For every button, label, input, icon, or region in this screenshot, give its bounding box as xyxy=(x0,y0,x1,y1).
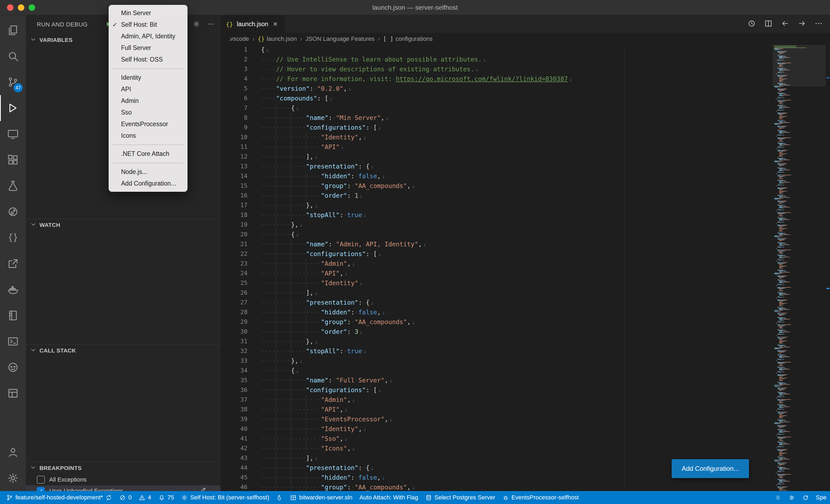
code-line[interactable]: ····//·Use·IntelliSense·to·learn·about·p… xyxy=(220,55,768,64)
status-item-warnings[interactable]: 4 xyxy=(135,491,155,504)
code-line[interactable]: ················"Admin",↓ xyxy=(220,259,768,268)
split-editor-button[interactable] xyxy=(764,19,773,29)
code-line[interactable]: ············"configurations":·[↓ xyxy=(220,249,768,259)
views-more-actions-button[interactable] xyxy=(208,21,215,29)
code-line[interactable]: ············],↓ xyxy=(220,152,768,162)
status-item-solution[interactable]: bitwarden-server.sln xyxy=(286,491,356,504)
status-item-git-branch[interactable]: feature/self-hosted-development* xyxy=(3,491,116,504)
code-line[interactable]: ····"version":·"0.2.0",↓ xyxy=(220,84,768,94)
code-line[interactable]: ············"presentation":·{↓ xyxy=(220,298,768,307)
code-line[interactable]: ················"Identity",↓ xyxy=(220,132,768,142)
activity-item-terminal[interactable] xyxy=(0,329,26,355)
code-line[interactable]: ················"Icons",↓ xyxy=(220,443,768,453)
code-line[interactable]: ················"API",↓ xyxy=(220,268,768,278)
add-configuration-button[interactable]: Add Configuration... xyxy=(672,459,749,478)
code-line[interactable]: ····//·For·more·information,·visit:·http… xyxy=(220,74,768,84)
activity-item-settings[interactable] xyxy=(0,465,26,491)
code-line[interactable]: ················"Admin",↓ xyxy=(220,395,768,405)
menu-item[interactable]: Admin, API, Identity xyxy=(108,31,188,42)
activity-item-nuget[interactable] xyxy=(0,199,26,225)
activity-item-layouts[interactable] xyxy=(0,380,26,406)
breadcrumb-item[interactable]: JSON Language Features xyxy=(305,35,375,42)
menu-item[interactable]: EventsProcessor xyxy=(108,118,188,130)
menu-item[interactable]: Icons xyxy=(108,130,188,141)
menu-item[interactable]: API xyxy=(108,83,188,95)
activity-item-testing[interactable] xyxy=(0,173,26,199)
breakpoint-row[interactable]: ✓ User-Unhandled Exceptions xyxy=(26,485,220,491)
code-line[interactable]: ············"stopAll":·true↓ xyxy=(220,210,768,220)
status-item-debug-restart[interactable] xyxy=(799,491,812,504)
code-line[interactable]: ····//·Hover·to·view·descriptions·of·exi… xyxy=(220,64,768,74)
code-line[interactable]: ················"Identity",↓ xyxy=(220,424,768,434)
code-line[interactable]: ············"name":·"Admin,·API,·Identit… xyxy=(220,239,768,249)
more-actions-button[interactable] xyxy=(814,19,823,29)
debug-settings-button[interactable] xyxy=(193,21,200,29)
activity-item-search[interactable] xyxy=(0,43,26,69)
breadcrumb-item[interactable]: {}launch.json xyxy=(258,35,297,42)
menu-item[interactable]: Admin xyxy=(108,95,188,107)
status-item-notifications-count[interactable]: 75 xyxy=(155,491,178,504)
menu-item[interactable]: Min Server xyxy=(108,7,188,19)
code-line[interactable]: ················"API",↓ xyxy=(220,405,768,414)
activity-item-accounts[interactable] xyxy=(0,439,26,465)
minimap[interactable] xyxy=(773,45,826,491)
status-item-spell-checker[interactable]: Spe xyxy=(812,491,830,504)
menu-item[interactable]: Full Server xyxy=(108,42,188,54)
navigate-back-button[interactable] xyxy=(781,19,790,29)
status-item-debug-configuration[interactable]: Self Host: Bit (server-selfhost) xyxy=(178,491,273,504)
code-line[interactable]: ················"hidden":·false,↓ xyxy=(220,171,768,181)
breadcrumb-item[interactable]: .vscode xyxy=(229,35,249,42)
code-line[interactable]: ············"configurations":·[↓ xyxy=(220,385,768,395)
code-line[interactable]: ················"EventsProcessor",↓ xyxy=(220,414,768,424)
tab-close-icon[interactable]: × xyxy=(273,20,278,28)
code-line[interactable]: ········{↓ xyxy=(220,103,768,113)
section-header-watch[interactable]: WATCH xyxy=(26,219,220,231)
activity-item-run-and-debug[interactable] xyxy=(0,95,26,121)
menu-item[interactable]: Add Configuration... xyxy=(108,178,188,189)
activity-item-extensions[interactable] xyxy=(0,147,26,173)
menu-item[interactable]: Identity xyxy=(108,72,188,83)
status-item-postgres-server[interactable]: Select Postgres Server xyxy=(422,491,499,504)
status-item-errors[interactable]: 0 xyxy=(116,491,135,504)
code-line[interactable]: ················"Identity"↓ xyxy=(220,278,768,288)
status-item-debug-pause[interactable] xyxy=(771,491,785,504)
activity-item-remote-explorer[interactable] xyxy=(0,121,26,147)
code-line[interactable]: ············"name":·"Full·Server",↓ xyxy=(220,375,768,385)
code-line[interactable]: ············"configurations":·[↓ xyxy=(220,123,768,132)
code-line[interactable]: ············"presentation":·{↓ xyxy=(220,162,768,171)
tab-launch-json[interactable]: {} launch.json × xyxy=(220,15,285,33)
code-line[interactable]: ················"hidden":·false,↓ xyxy=(220,307,768,317)
code-line[interactable]: ············],↓ xyxy=(220,288,768,298)
close-window-button[interactable] xyxy=(7,4,13,11)
activity-item-docker[interactable] xyxy=(0,277,26,303)
edit-condition-button[interactable] xyxy=(199,487,206,491)
timeline-button[interactable] xyxy=(747,19,756,29)
minimize-window-button[interactable] xyxy=(18,4,24,11)
navigate-forward-button[interactable] xyxy=(798,19,806,29)
activity-item-notebooks[interactable] xyxy=(0,303,26,329)
activity-item-live-share[interactable] xyxy=(0,250,26,277)
code-line[interactable]: ················"group":·"AA_compounds",… xyxy=(220,181,768,191)
status-item-hot-reload[interactable] xyxy=(273,491,286,504)
zoom-window-button[interactable] xyxy=(29,4,35,11)
code-line[interactable]: ················"group":·"AA_compounds",… xyxy=(220,482,768,491)
code-line[interactable]: ············"stopAll":·true↓ xyxy=(220,346,768,356)
code-line[interactable]: ················"order":·1↓ xyxy=(220,191,768,200)
section-header-breakpoints[interactable]: BREAKPOINTS xyxy=(26,462,220,474)
status-item-auto-attach[interactable]: Auto Attach: With Flag xyxy=(356,491,422,504)
breakpoint-checkbox[interactable] xyxy=(37,476,45,484)
breadcrumb-item[interactable]: [ ]configurations xyxy=(383,35,433,42)
code-line[interactable]: {↓ xyxy=(220,45,768,55)
code-line[interactable]: ················"API"↓ xyxy=(220,142,768,152)
activity-item-source-control[interactable]: 47 xyxy=(0,69,26,95)
status-item-events-processor[interactable]: EventsProcessor-selfhost xyxy=(499,491,582,504)
breakpoint-checkbox[interactable]: ✓ xyxy=(37,487,45,491)
code-line[interactable]: ················"group":·"AA_compounds",… xyxy=(220,317,768,327)
code-line[interactable]: ········{↓ xyxy=(220,230,768,239)
menu-item[interactable]: Sso xyxy=(108,107,188,118)
status-item-debug-continue[interactable] xyxy=(785,491,799,504)
activity-item-explorer[interactable] xyxy=(0,17,26,43)
code-line[interactable]: ············"name":·"Min·Server",↓ xyxy=(220,113,768,123)
section-header-callstack[interactable]: CALL STACK xyxy=(26,345,220,357)
menu-item[interactable]: Self Host: OSS xyxy=(108,54,188,65)
